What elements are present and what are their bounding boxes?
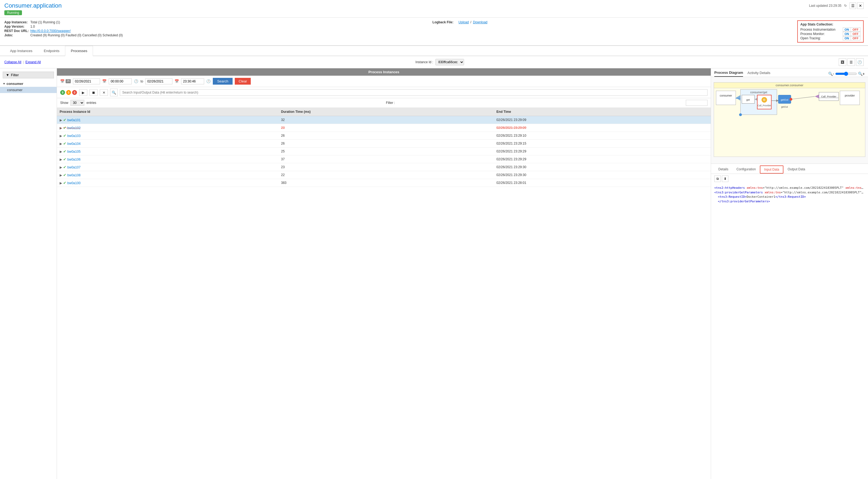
- open-tracing-toggle[interactable]: ON OFF: [843, 36, 861, 40]
- process-panel: Process Instances 📅 26 📅 🕐 to 📅 🕐 Search…: [57, 68, 711, 479]
- sidebar-group-header[interactable]: ▼ consumer: [0, 81, 57, 87]
- filter-btn[interactable]: ▼ Filter: [3, 71, 54, 79]
- search-icon-btn[interactable]: 🔍: [110, 89, 118, 96]
- zoom-controls: 🔍- 🔍+: [828, 71, 865, 76]
- expand-icon[interactable]: ▶: [60, 166, 62, 169]
- clock-btn[interactable]: 🕐: [856, 58, 864, 66]
- end-time-cell: 02/26/2021 23:29:10: [494, 132, 711, 140]
- filter-label: Filter: [11, 73, 19, 77]
- table-row[interactable]: ▶✔ bw0a10038302/26/2021 23:28:01: [57, 179, 711, 187]
- process-instrumentation-toggle[interactable]: ON OFF: [843, 27, 861, 32]
- instance-id-link[interactable]: bw0a108: [67, 173, 81, 177]
- instance-id-link[interactable]: bw0a101: [67, 118, 81, 122]
- process-monitor-toggle[interactable]: ON OFF: [843, 32, 861, 36]
- instance-id-link[interactable]: bw0a106: [67, 157, 81, 161]
- expand-icon[interactable]: ▶: [60, 150, 62, 153]
- instance-id-link[interactable]: bw0a107: [67, 166, 81, 169]
- col-end-time: End Time: [494, 108, 711, 116]
- stopped-icon-btn[interactable]: ⏹: [89, 89, 98, 96]
- expand-all-link[interactable]: Expand All: [26, 60, 41, 64]
- copy-icon-btn[interactable]: ⧉: [714, 176, 721, 182]
- ot-off-btn[interactable]: OFF: [851, 36, 860, 40]
- tab-process-diagram[interactable]: Process Diagram: [714, 70, 743, 77]
- instance-id-link[interactable]: bw0a100: [67, 181, 81, 185]
- table-row[interactable]: ▶✔ bw0a1032602/26/2021 23:29:10: [57, 132, 711, 140]
- instance-id-select[interactable]: 830ffca66cec: [435, 59, 464, 65]
- clear-button[interactable]: Clear: [235, 78, 251, 85]
- expand-icon[interactable]: ▶: [60, 142, 62, 146]
- stats-section: App Stats Collection: Process Instrument…: [797, 20, 864, 42]
- time-from-icon[interactable]: 🕐: [134, 79, 138, 83]
- show-select[interactable]: 30 50 100: [70, 100, 84, 106]
- chevron-down-icon: ▼: [3, 82, 5, 85]
- tab-output-data[interactable]: Output Data: [783, 166, 809, 174]
- time-from-input[interactable]: [109, 79, 132, 84]
- svg-text:consumer: consumer: [720, 94, 732, 97]
- collapse-all-link[interactable]: Collapse All: [4, 60, 22, 64]
- last-updated: Last updated 23:29:35: [809, 4, 841, 8]
- refresh-icon[interactable]: ↻: [844, 4, 847, 8]
- pi-off-btn[interactable]: OFF: [851, 27, 860, 32]
- filter-input[interactable]: [686, 100, 708, 106]
- rest-doc-link[interactable]: http://0.0.0.0:7000/swagger/: [30, 29, 71, 33]
- svg-text:getOut: getOut: [781, 106, 788, 108]
- error-icon-btn[interactable]: ✕: [100, 89, 108, 96]
- image-view-btn[interactable]: 🖼: [839, 58, 846, 66]
- process-monitor-row: Process Monitor: ON OFF: [801, 32, 861, 36]
- time-to-input[interactable]: [181, 79, 204, 84]
- sidebar-item-consumer[interactable]: consumer: [0, 87, 57, 93]
- expand-icon[interactable]: ▶: [60, 181, 62, 185]
- running-icon-btn[interactable]: ▶: [79, 89, 87, 96]
- instance-id-link[interactable]: bw0a104: [67, 142, 81, 146]
- process-instance-id-cell: ▶✔ bw0a108: [57, 171, 278, 179]
- expand-icon[interactable]: ▶: [60, 134, 62, 138]
- tab-app-instances[interactable]: App Instances: [4, 46, 38, 56]
- ot-on-btn[interactable]: ON: [843, 36, 851, 40]
- col-duration: Duration Time (ms): [278, 108, 494, 116]
- tab-processes[interactable]: Processes: [65, 46, 93, 56]
- cal-icons: 📅 26: [60, 79, 71, 83]
- check-icon: ✔: [63, 181, 66, 185]
- table-row[interactable]: ▶✔ bw0a1082202/26/2021 23:29:30: [57, 171, 711, 179]
- table-row[interactable]: ▶✔ bw0a1072302/26/2021 23:29:30: [57, 163, 711, 171]
- table-row[interactable]: ▶✔ bw0a1013202/26/2021 23:29:09: [57, 116, 711, 124]
- date-from-input[interactable]: [73, 79, 100, 84]
- close-btn[interactable]: ✕: [857, 2, 864, 9]
- tab-details[interactable]: Details: [714, 166, 733, 174]
- list-view-btn2[interactable]: ☰: [847, 58, 855, 66]
- expand-icon[interactable]: ▶: [60, 118, 62, 122]
- process-instance-id-cell: ▶✔ bw0a103: [57, 132, 278, 140]
- table-row[interactable]: ▶✔ bw0a1022302/26/2021 23:29:09: [57, 124, 711, 132]
- zoom-slider[interactable]: [835, 71, 857, 76]
- search-input[interactable]: [120, 89, 708, 96]
- instance-id-link[interactable]: bw0a105: [67, 150, 81, 153]
- table-row[interactable]: ▶✔ bw0a1052502/26/2021 23:29:29: [57, 148, 711, 155]
- list-view-btn[interactable]: ☰: [849, 2, 856, 9]
- date-to-input[interactable]: [145, 79, 173, 84]
- tab-configuration[interactable]: Configuration: [733, 166, 760, 174]
- pm-on-btn[interactable]: ON: [843, 32, 851, 36]
- expand-icon[interactable]: ▶: [60, 157, 62, 161]
- tab-input-data[interactable]: Input Data: [760, 166, 783, 174]
- table-row[interactable]: ▶✔ bw0a1063702/26/2021 23:29:29: [57, 155, 711, 163]
- expand-icon[interactable]: ▶: [60, 173, 62, 177]
- search-button[interactable]: Search: [213, 78, 232, 85]
- download-link[interactable]: Download: [473, 20, 487, 24]
- calendar-to-icon[interactable]: 📅: [175, 79, 179, 83]
- upload-link[interactable]: Upload: [458, 20, 469, 24]
- zoom-in-btn[interactable]: 🔍+: [858, 71, 865, 76]
- table-row[interactable]: ▶✔ bw0a1042602/26/2021 23:29:15: [57, 140, 711, 148]
- instance-id-link[interactable]: bw0a103: [67, 134, 81, 138]
- time-to-icon[interactable]: 🕐: [206, 79, 211, 83]
- pm-off-btn[interactable]: OFF: [851, 32, 860, 36]
- show-bar: Show 30 50 100 entries Filter :: [57, 98, 711, 108]
- expand-icon[interactable]: ▶: [60, 126, 62, 130]
- zoom-out-btn[interactable]: 🔍-: [828, 71, 834, 76]
- pi-on-btn[interactable]: ON: [843, 27, 851, 32]
- calendar-from-icon[interactable]: 📅: [102, 79, 106, 83]
- tab-activity-details[interactable]: Activity Details: [747, 71, 770, 77]
- duration-cell: 26: [278, 140, 494, 148]
- tab-endpoints[interactable]: Endpoints: [38, 46, 65, 56]
- instance-id-link[interactable]: bw0a102: [67, 126, 81, 130]
- download-icon-btn[interactable]: ⬇: [722, 176, 728, 182]
